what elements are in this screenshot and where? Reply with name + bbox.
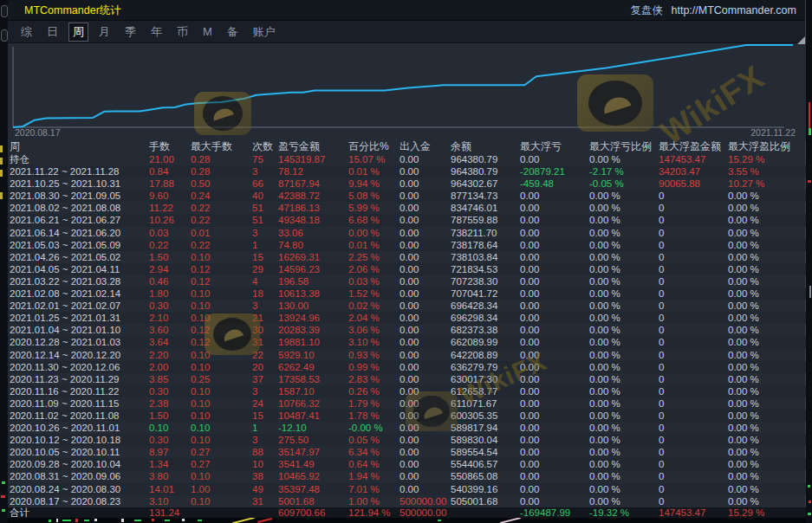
menu-item-备[interactable]: 备 <box>223 23 243 42</box>
cell: 0.00 <box>520 349 589 361</box>
cell: 2.83 % <box>348 373 400 385</box>
table-row[interactable]: 2021.08.30 ~ 2021.09.059.600.244042388.7… <box>8 190 806 202</box>
table-row[interactable]: 2020.10.05 ~ 2020.10.118.970.278835147.9… <box>8 446 806 458</box>
cell: 15.07 % <box>348 153 400 165</box>
cell: 662089.99 <box>451 336 520 348</box>
menu-item-账户[interactable]: 账户 <box>249 23 280 42</box>
cell: 0.00 <box>520 410 589 422</box>
cell: 78.12 <box>278 165 348 178</box>
table-row[interactable]: 2021.01.25 ~ 2021.01.312.100.102113924.9… <box>8 312 806 324</box>
cell: 0.00 <box>520 251 589 263</box>
cell: 0.00 <box>400 434 451 446</box>
cell: 0.00 <box>400 470 451 482</box>
cell: 0 <box>659 422 728 434</box>
equity-chart-canvas <box>8 43 806 140</box>
cell: 630017.30 <box>451 373 520 385</box>
table-row[interactable]: 2021.10.25 ~ 2021.10.3117.880.506687167.… <box>8 178 806 190</box>
cell: 0.22 <box>191 202 252 214</box>
cell: 0.00 % <box>728 470 806 482</box>
table-row[interactable]: 2020.12.28 ~ 2021.01.033.640.123119881.1… <box>8 336 806 348</box>
cell: 0.00 % <box>589 385 659 397</box>
brand-url-link[interactable]: http://MTCommander.com <box>672 4 797 16</box>
cell: 3 <box>252 165 278 178</box>
table-row[interactable]: 2021.04.26 ~ 2021.05.021.500.101516269.3… <box>8 251 806 263</box>
cell: 4 <box>252 275 278 287</box>
table-row[interactable]: 2020.11.02 ~ 2020.11.081.500.101510487.4… <box>8 410 806 422</box>
cell: 0.50 <box>191 178 252 190</box>
cell: 0.00 <box>400 178 451 190</box>
menu-item-M[interactable]: M <box>198 23 217 40</box>
table-row[interactable]: 2021.03.22 ~ 2021.03.280.460.124196.580.… <box>8 275 806 287</box>
cell: 0.00 % <box>589 190 659 202</box>
header-cell: 最大浮亏 <box>520 140 589 153</box>
table-row[interactable]: 2021.08.02 ~ 2021.08.0811.220.225147186.… <box>8 202 806 214</box>
cell: 2.38 <box>149 397 191 410</box>
menu-item-综[interactable]: 综 <box>16 23 36 42</box>
chart-scroll-arrow-icon[interactable] <box>797 36 805 44</box>
table-row[interactable]: 2021.11.22 ~ 2021.11.280.840.28378.120.0… <box>8 165 806 178</box>
header-cell: 最大浮盈金额 <box>659 140 728 153</box>
table-row[interactable]: 2020.11.23 ~ 2020.11.293.850.253717358.5… <box>8 373 806 385</box>
table-row[interactable]: 2020.09.28 ~ 2020.10.041.340.27103541.49… <box>8 458 806 470</box>
cell: 0.00 <box>400 446 451 458</box>
cell: 0.99 % <box>348 361 400 373</box>
table-row[interactable]: 2020.11.09 ~ 2020.11.152.380.102410766.3… <box>8 397 806 410</box>
cell: 147453.47 <box>659 507 728 519</box>
menu-item-日[interactable]: 日 <box>42 23 62 42</box>
cell: 35397.48 <box>278 483 348 495</box>
menu-item-月[interactable]: 月 <box>94 23 114 42</box>
cell: 20 <box>252 361 278 373</box>
cell: 121.94 % <box>348 507 400 519</box>
cell: 0.30 <box>149 385 191 397</box>
table-row[interactable]: 2021.02.08 ~ 2021.02.141.800.101810613.3… <box>8 287 806 300</box>
cell: -2.17 % <box>589 165 659 178</box>
menu-item-币[interactable]: 币 <box>172 23 192 42</box>
background-chart-fragment <box>0 145 3 152</box>
cell: 10766.32 <box>278 397 348 410</box>
cell: 5001.68 <box>278 495 348 507</box>
background-window-left-edge <box>0 0 8 523</box>
table-row[interactable]: 2021.02.01 ~ 2021.02.070.300.103130.000.… <box>8 300 806 312</box>
table-row[interactable]: 2021.06.21 ~ 2021.06.2710.260.225149348.… <box>8 214 806 226</box>
cell: 609700.66 <box>278 507 348 519</box>
cell: 90065.88 <box>659 178 728 190</box>
menu-item-周[interactable]: 周 <box>68 23 88 42</box>
cell: 0.10 <box>191 312 252 324</box>
table-row[interactable]: 2020.10.12 ~ 2020.10.180.300.103275.500.… <box>8 434 806 446</box>
table-row[interactable]: 2020.11.16 ~ 2020.11.220.300.1031587.100… <box>8 385 806 397</box>
cell: 0 <box>659 300 728 312</box>
table-total-row[interactable]: 合计131.24609700.66121.94 %500000.00-16948… <box>8 507 806 519</box>
cell: 0.00 % <box>589 336 659 348</box>
table-row[interactable]: 2020.08.24 ~ 2020.08.3014.011.004935397.… <box>8 483 806 495</box>
cell: 15.29 % <box>728 507 806 519</box>
cell: 0.00 % <box>728 349 806 361</box>
cell: 2020.11.02 ~ 2020.11.08 <box>10 410 149 422</box>
table-row[interactable]: 2020.08.31 ~ 2020.09.063.800.103810465.9… <box>8 470 806 482</box>
table-row[interactable]: 2021.01.04 ~ 2021.01.103.600.123020283.3… <box>8 324 806 336</box>
cell: 49 <box>252 483 278 495</box>
title-bar[interactable]: MTCommander统计 复盘侠 http://MTCommander.com <box>8 0 805 21</box>
cell: 17358.53 <box>278 373 348 385</box>
cell: 964380.79 <box>451 165 520 178</box>
cell: 51 <box>252 214 278 226</box>
cell <box>252 507 278 519</box>
menu-item-季[interactable]: 季 <box>120 23 140 42</box>
cell: 15.29 % <box>728 153 806 165</box>
table-row[interactable]: 2020.11.30 ~ 2020.12.062.000.10206262.49… <box>8 361 806 373</box>
brand-name: 复盘侠 <box>631 4 664 16</box>
table-row[interactable]: 2021.05.03 ~ 2021.05.090.220.22174.800.0… <box>8 239 806 251</box>
cell: 14.01 <box>149 483 191 495</box>
cell: 877134.73 <box>451 190 520 202</box>
table-row[interactable]: 持仓21.000.2875145319.8715.07 %0.00964380.… <box>8 153 806 165</box>
cell: 75 <box>252 153 278 165</box>
menu-item-年[interactable]: 年 <box>146 23 166 42</box>
table-row[interactable]: 2020.12.14 ~ 2020.12.202.200.10225929.10… <box>8 349 806 361</box>
cell: 6.68 % <box>348 214 400 226</box>
cell: 0.10 <box>191 495 252 507</box>
x-axis-end-label: 2021.11.22 <box>750 127 796 138</box>
cell: 0.00 % <box>589 287 659 300</box>
table-row[interactable]: 2020.08.17 ~ 2020.08.233.100.10315001.68… <box>8 495 806 507</box>
table-row[interactable]: 2021.06.14 ~ 2021.06.200.030.01333.060.0… <box>8 227 806 239</box>
table-row[interactable]: 2020.10.26 ~ 2020.11.010.100.101-12.10-0… <box>8 422 806 434</box>
table-row[interactable]: 2021.04.05 ~ 2021.04.112.940.122914596.2… <box>8 263 806 275</box>
